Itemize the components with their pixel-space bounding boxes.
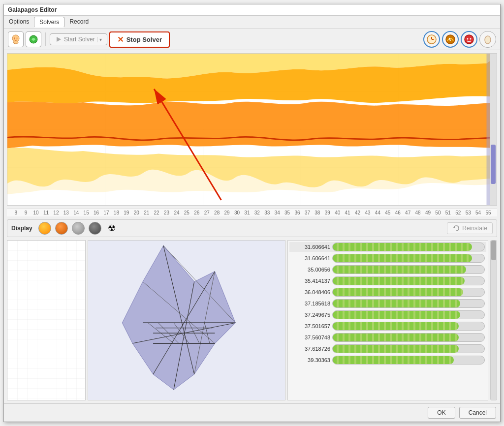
toolbar-btn-hand[interactable] [8, 31, 24, 47]
chart-scrollbar[interactable] [490, 54, 497, 205]
reinstate-button[interactable]: Reinstate [447, 222, 493, 234]
toolbar-icon-face[interactable] [461, 31, 477, 48]
values-scrollbar-thumb[interactable] [491, 241, 496, 260]
display-btn-nuclear[interactable]: ☢ [105, 222, 118, 235]
x-axis-label: 30 [232, 210, 242, 215]
svg-point-11 [465, 35, 473, 44]
svg-point-13 [470, 38, 472, 40]
display-bar: Display ☢ Reinstate [7, 219, 497, 237]
x-axis-label: 52 [453, 210, 463, 215]
x-axis-label: 41 [343, 210, 352, 215]
value-bar-container [332, 254, 485, 263]
display-label: Display [11, 225, 32, 232]
x-axis-label: 46 [393, 210, 403, 215]
display-btn-1[interactable] [38, 222, 51, 235]
value-bar-container [332, 333, 485, 342]
x-axis-label: 10 [31, 210, 41, 215]
x-axis-label: 28 [212, 210, 221, 215]
x-axis-label: 53 [463, 210, 473, 215]
svg-point-12 [467, 38, 469, 40]
value-bar [333, 243, 472, 251]
stop-solver-label: Stop Solver [126, 36, 162, 43]
value-row[interactable]: 31.606641 [289, 253, 486, 263]
x-axis-label: 13 [61, 210, 71, 215]
menu-record[interactable]: Record [64, 17, 94, 28]
start-solver-dropdown[interactable]: ▾ [97, 37, 102, 42]
values-scrollbar[interactable] [490, 240, 497, 400]
ok-button[interactable]: OK [428, 407, 455, 419]
x-axis-label: 21 [141, 210, 151, 215]
x-axis-label: 45 [383, 210, 393, 215]
x-axis-label: 12 [51, 210, 61, 215]
value-bar [333, 277, 465, 285]
value-bar-container [332, 344, 485, 353]
chart-x-axis: 8910111213141516171819202122232425262728… [7, 209, 497, 216]
x-axis-label: 22 [152, 210, 161, 215]
x-axis-label: 14 [71, 210, 81, 215]
display-btn-2[interactable] [55, 222, 68, 235]
cancel-button[interactable]: Cancel [459, 407, 496, 419]
x-axis-label: 32 [252, 210, 262, 215]
value-label: 37.560748 [291, 335, 330, 340]
x-axis-label: 26 [192, 210, 202, 215]
toolbar-sep-1 [45, 32, 46, 46]
x-axis-label: 40 [333, 210, 343, 215]
toolbar-icon-egg[interactable] [479, 31, 496, 48]
value-bar [333, 266, 466, 274]
x-axis-label: 49 [423, 210, 433, 215]
toolbar-icon-gauge[interactable] [442, 31, 459, 48]
svg-rect-26 [7, 241, 85, 400]
x-axis-label: 15 [81, 210, 91, 215]
value-bar [333, 334, 459, 341]
x-axis-label: 48 [413, 210, 423, 215]
value-row[interactable]: 35.414137 [289, 276, 486, 286]
value-row[interactable]: 31.606641 [289, 242, 486, 252]
value-bar-container [332, 276, 485, 285]
stop-solver-button[interactable]: ✕ Stop Solver [109, 31, 170, 48]
display-btn-4[interactable] [89, 222, 101, 235]
value-row[interactable]: 37.618726 [289, 344, 486, 354]
value-label: 37.249675 [291, 312, 330, 318]
x-axis-label: 51 [443, 210, 453, 215]
lower-panel: 31.60664131.60664135.0065635.41413736.04… [7, 240, 497, 400]
value-row[interactable]: 37.185618 [289, 299, 486, 308]
main-window: Galapagos Editor Options Solvers Record [3, 4, 501, 422]
chart-scrollbar-thumb[interactable] [491, 145, 496, 184]
value-row[interactable]: 37.249675 [289, 310, 486, 320]
svg-point-3 [17, 38, 18, 39]
menu-options[interactable]: Options [4, 17, 34, 28]
value-label: 37.618726 [291, 346, 330, 352]
menu-solvers[interactable]: Solvers [34, 17, 64, 28]
start-solver-button[interactable]: Start Solver ▾ [50, 33, 107, 45]
x-axis-label: 34 [272, 210, 282, 215]
grid-panel [7, 240, 86, 400]
value-label: 39.30363 [291, 357, 330, 363]
value-row[interactable]: 39.30363 [289, 355, 486, 365]
value-row[interactable]: 37.560748 [289, 333, 486, 342]
display-btn-3[interactable] [72, 222, 85, 235]
value-bar [333, 300, 460, 307]
toolbar: Start Solver ▾ ✕ Stop Solver [4, 29, 500, 50]
value-bar [333, 254, 472, 262]
x-axis-label: 23 [161, 210, 171, 215]
shape-svg [88, 241, 285, 400]
shape-panel [88, 240, 285, 400]
value-bar-container [332, 265, 485, 274]
x-axis-label: 33 [262, 210, 272, 215]
toolbar-btn-green[interactable] [26, 31, 41, 47]
toolbar-icon-clock[interactable] [423, 31, 440, 48]
x-axis-label: 19 [122, 210, 131, 215]
x-axis-label: 29 [222, 210, 232, 215]
value-row[interactable]: 37.501657 [289, 321, 486, 331]
x-axis-label: 35 [282, 210, 292, 215]
menu-bar: Options Solvers Record [4, 16, 500, 29]
x-axis-label: 31 [242, 210, 252, 215]
value-label: 37.185618 [291, 301, 330, 306]
x-axis-label: 54 [473, 210, 483, 215]
value-row[interactable]: 36.048406 [289, 287, 486, 297]
x-axis-label: 39 [322, 210, 332, 215]
x-axis-label: 36 [292, 210, 302, 215]
chart-area [7, 53, 497, 206]
x-axis-label: 27 [202, 210, 212, 215]
value-row[interactable]: 35.00656 [289, 265, 486, 274]
